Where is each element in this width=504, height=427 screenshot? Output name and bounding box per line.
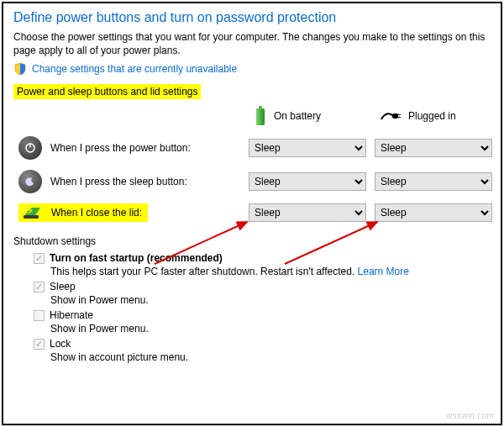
page-title: Define power buttons and turn on passwor…	[13, 10, 491, 25]
svg-rect-5	[398, 117, 401, 118]
hibernate-label: Hibernate	[50, 309, 93, 321]
page-intro: Choose the power settings that you want …	[13, 30, 491, 57]
svg-rect-0	[259, 106, 262, 108]
row-power-label: When I press the power button:	[50, 142, 191, 154]
svg-rect-3	[392, 113, 398, 119]
svg-rect-2	[256, 108, 265, 125]
svg-rect-4	[398, 114, 401, 115]
checkbox-hibernate[interactable]	[34, 310, 45, 321]
col-battery-label: On battery	[274, 110, 321, 122]
lock-label: Lock	[50, 338, 71, 350]
lid-plugged-select[interactable]: Sleep	[375, 203, 492, 222]
checkbox-fast-startup[interactable]	[34, 253, 45, 264]
lock-desc: Show in account picture menu.	[50, 351, 491, 363]
plug-icon	[380, 109, 402, 123]
row-lid-label: When I close the lid:	[49, 206, 144, 219]
hibernate-desc: Show in Power menu.	[50, 323, 491, 335]
sleep-battery-select[interactable]: Sleep	[249, 172, 366, 191]
shield-icon	[13, 62, 27, 76]
section-shutdown-title: Shutdown settings	[13, 235, 491, 247]
power-button-icon	[18, 136, 42, 160]
sleep-label: Sleep	[50, 281, 76, 293]
lid-battery-select[interactable]: Sleep	[249, 203, 366, 222]
fast-startup-desc: This helps start your PC faster after sh…	[50, 266, 358, 277]
svg-rect-8	[24, 215, 39, 219]
section-buttons-title: Power and sleep buttons and lid settings	[13, 84, 201, 99]
learn-more-link[interactable]: Learn More	[358, 266, 409, 277]
checkbox-lock[interactable]	[34, 339, 45, 350]
sleep-button-icon	[18, 170, 42, 193]
sleep-plugged-select[interactable]: Sleep	[375, 172, 492, 191]
change-settings-link[interactable]: Change settings that are currently unava…	[32, 63, 237, 75]
svg-rect-7	[29, 144, 30, 148]
checkbox-sleep[interactable]	[34, 282, 45, 293]
watermark: wsxwin.com	[446, 411, 494, 420]
fast-startup-label: Turn on fast startup (recommended)	[50, 252, 223, 264]
power-plugged-select[interactable]: Sleep	[375, 139, 492, 157]
battery-icon	[254, 106, 267, 126]
power-battery-select[interactable]: Sleep	[249, 139, 366, 157]
row-sleep-label: When I press the sleep button:	[50, 176, 187, 187]
col-plugged-label: Plugged in	[408, 110, 456, 122]
power-options-panel: Define power buttons and turn on passwor…	[2, 2, 502, 425]
sleep-desc: Show in Power menu.	[50, 294, 491, 306]
lid-icon	[22, 205, 42, 220]
